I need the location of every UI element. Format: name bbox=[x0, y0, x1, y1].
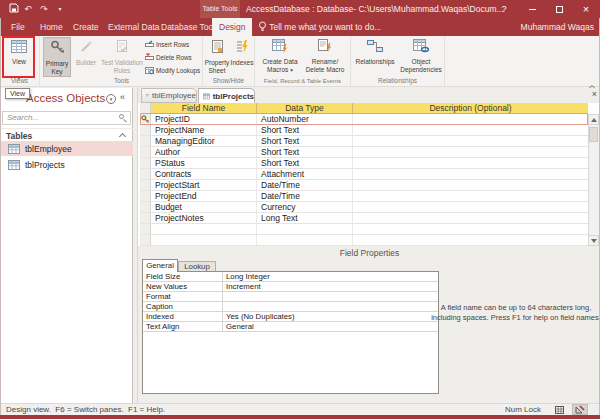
rename-delete-macro-button[interactable]: Rename/ Delete Macro bbox=[303, 37, 347, 77]
indexes-button[interactable]: Indexes bbox=[230, 37, 254, 77]
property-row-field-size[interactable]: Field Size Long Integer bbox=[143, 272, 438, 282]
save-icon[interactable] bbox=[8, 3, 20, 15]
row-selector[interactable] bbox=[140, 224, 151, 234]
row-selector[interactable] bbox=[140, 147, 151, 157]
description-cell[interactable] bbox=[353, 180, 588, 190]
description-cell[interactable] bbox=[353, 125, 588, 135]
field-name-cell[interactable]: Budget bbox=[151, 202, 257, 212]
scroll-down-icon[interactable] bbox=[588, 235, 599, 246]
nav-item-tblemployee[interactable]: tblEmployee bbox=[0, 141, 133, 156]
test-validation-rules-button[interactable]: Test Validation Rules bbox=[99, 37, 145, 77]
data-type-cell[interactable]: Short Text bbox=[257, 136, 353, 146]
property-row-new-values[interactable]: New Values Increment bbox=[143, 282, 438, 292]
grid-row-projectend[interactable]: ProjectEnd Date/Time bbox=[140, 191, 588, 202]
grid-row-empty[interactable] bbox=[140, 235, 588, 246]
tell-me-box[interactable]: Tell me what you want to do... bbox=[258, 18, 381, 36]
field-name-cell[interactable]: PStatus bbox=[151, 158, 257, 168]
design-view-button[interactable] bbox=[572, 404, 588, 415]
data-type-cell[interactable]: Date/Time bbox=[257, 191, 353, 201]
row-selector[interactable] bbox=[140, 114, 151, 124]
nav-item-tblprojects[interactable]: tblProjects bbox=[0, 157, 133, 172]
row-selector[interactable] bbox=[140, 235, 151, 245]
nav-menu-chevron-icon[interactable]: ▾ bbox=[106, 94, 116, 104]
row-selector[interactable] bbox=[140, 125, 151, 135]
row-selector[interactable] bbox=[140, 169, 151, 179]
description-cell[interactable] bbox=[353, 169, 588, 179]
maximize-button[interactable] bbox=[551, 0, 567, 18]
property-row-caption[interactable]: Caption bbox=[143, 302, 438, 312]
data-type-cell[interactable]: Currency bbox=[257, 202, 353, 212]
grid-row-projectname[interactable]: ProjectName Short Text bbox=[140, 125, 588, 136]
col-header-field-name[interactable]: Field Name bbox=[151, 103, 257, 114]
property-value[interactable]: General bbox=[223, 322, 438, 331]
data-type-cell[interactable]: Long Text bbox=[257, 213, 353, 223]
data-type-cell[interactable]: Short Text bbox=[257, 158, 353, 168]
description-cell[interactable] bbox=[353, 213, 588, 223]
description-cell[interactable] bbox=[353, 136, 588, 146]
data-type-cell[interactable]: Short Text bbox=[257, 147, 353, 157]
property-value[interactable]: Long Integer bbox=[223, 272, 438, 281]
grid-row-projectstart[interactable]: ProjectStart Date/Time bbox=[140, 180, 588, 191]
description-cell[interactable] bbox=[353, 114, 588, 124]
object-dependencies-button[interactable]: Object Dependencies bbox=[399, 37, 443, 77]
builder-button[interactable]: Builder bbox=[73, 37, 99, 77]
property-row-format[interactable]: Format bbox=[143, 292, 438, 302]
grid-row-managingeditor[interactable]: ManagingEditor Short Text bbox=[140, 136, 588, 147]
field-name-cell[interactable]: Author bbox=[151, 147, 257, 157]
row-selector[interactable] bbox=[140, 202, 151, 212]
modify-lookups-button[interactable]: Modify Lookups bbox=[145, 64, 201, 76]
delete-rows-button[interactable]: Delete Rows bbox=[145, 51, 201, 63]
relationships-button[interactable]: Relationships bbox=[353, 37, 397, 77]
tab-general[interactable]: General bbox=[142, 259, 178, 272]
help-button[interactable]: ? bbox=[496, 0, 512, 18]
data-type-cell[interactable]: AutoNumber bbox=[257, 114, 353, 124]
redo-icon[interactable]: ↷ bbox=[38, 3, 50, 15]
search-input[interactable]: Search... bbox=[2, 111, 131, 125]
field-name-cell[interactable]: ProjectName bbox=[151, 125, 257, 135]
data-type-cell[interactable]: Date/Time bbox=[257, 180, 353, 190]
create-data-macros-button[interactable]: Create Data Macros ▾ bbox=[259, 37, 301, 77]
doc-tab-tblprojects[interactable]: tblProjects bbox=[198, 88, 255, 103]
description-cell[interactable] bbox=[353, 147, 588, 157]
nav-pane-title[interactable]: Access Objects bbox=[26, 92, 105, 104]
data-type-cell[interactable]: Short Text bbox=[257, 125, 353, 135]
description-cell[interactable] bbox=[353, 202, 588, 212]
grid-row-budget[interactable]: Budget Currency bbox=[140, 202, 588, 213]
field-name-cell[interactable]: ProjectStart bbox=[151, 180, 257, 190]
minimize-button[interactable] bbox=[524, 0, 540, 18]
property-sheet-button[interactable]: Property Sheet bbox=[204, 37, 230, 77]
collapse-section-icon[interactable] bbox=[119, 133, 126, 140]
row-selector[interactable] bbox=[140, 158, 151, 168]
property-value[interactable] bbox=[223, 302, 438, 311]
datasheet-view-button[interactable] bbox=[551, 404, 567, 415]
tab-home[interactable]: Home bbox=[33, 18, 70, 36]
grid-row-author[interactable]: Author Short Text bbox=[140, 147, 588, 158]
row-selector[interactable] bbox=[140, 213, 151, 223]
grid-row-projectnotes[interactable]: ProjectNotes Long Text bbox=[140, 213, 588, 224]
grid-row-pstatus[interactable]: PStatus Short Text bbox=[140, 158, 588, 169]
doc-tab-tblemployee[interactable]: tblEmployee bbox=[141, 88, 197, 103]
data-type-cell[interactable]: Attachment bbox=[257, 169, 353, 179]
field-name-cell[interactable]: ProjectEnd bbox=[151, 191, 257, 201]
field-name-cell[interactable]: Contracts bbox=[151, 169, 257, 179]
tab-design[interactable]: Design bbox=[212, 18, 252, 36]
property-value[interactable]: Increment bbox=[223, 282, 438, 291]
search-icon[interactable] bbox=[119, 114, 127, 122]
grid-row-contracts[interactable]: Contracts Attachment bbox=[140, 169, 588, 180]
insert-rows-button[interactable]: Insert Rows bbox=[145, 38, 201, 50]
tab-file[interactable]: File bbox=[4, 18, 32, 36]
nav-section-tables[interactable]: Tables bbox=[0, 128, 133, 141]
primary-key-button[interactable]: Primary Key bbox=[43, 37, 71, 77]
property-row-text-align[interactable]: Text Align General bbox=[143, 322, 438, 332]
description-cell[interactable] bbox=[353, 158, 588, 168]
scrollbar-thumb[interactable] bbox=[589, 127, 598, 142]
col-header-data-type[interactable]: Data Type bbox=[257, 103, 353, 114]
grid-row-empty[interactable] bbox=[140, 224, 588, 235]
grid-scrollbar[interactable] bbox=[588, 103, 599, 246]
user-name[interactable]: Muhammad Waqas bbox=[521, 18, 594, 36]
qat-customize-icon[interactable]: ▾ bbox=[54, 3, 66, 15]
field-name-cell[interactable]: ManagingEditor bbox=[151, 136, 257, 146]
close-button[interactable]: × bbox=[578, 0, 594, 18]
row-selector[interactable] bbox=[140, 191, 151, 201]
col-header-description[interactable]: Description (Optional) bbox=[353, 103, 588, 114]
